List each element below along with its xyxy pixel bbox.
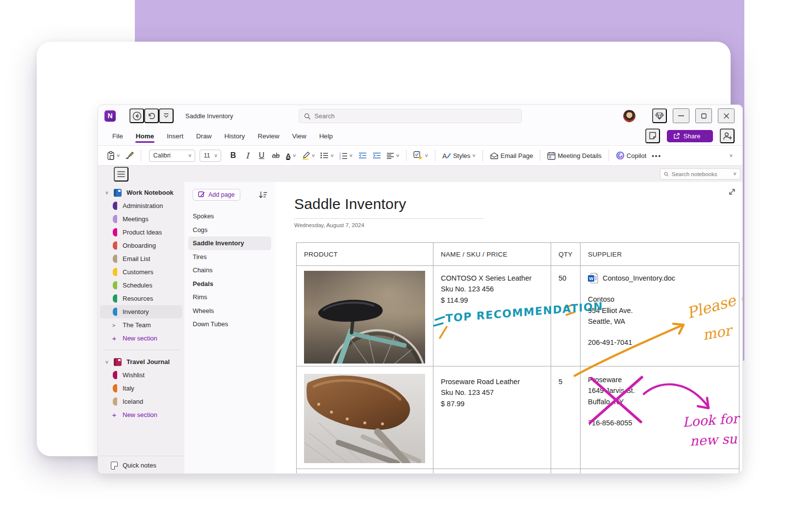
outdent-button[interactable] xyxy=(356,149,369,163)
meeting-details-label: Meeting Details xyxy=(558,152,602,159)
page-saddle-inventory[interactable]: Saddle Inventory xyxy=(188,236,271,250)
section-administration[interactable]: Administration xyxy=(98,199,184,212)
new-section-button-travel[interactable]: + New section xyxy=(98,408,184,421)
sort-pages-button[interactable] xyxy=(259,191,267,199)
page-wheels[interactable]: Wheels xyxy=(188,304,271,318)
font-color-button[interactable]: A˅ xyxy=(283,149,298,163)
section-iceland[interactable]: Iceland xyxy=(98,395,184,408)
section-group-the-team[interactable]: ˃ The Team xyxy=(98,318,184,332)
indent-button[interactable] xyxy=(370,149,383,163)
format-painter-button[interactable] xyxy=(123,149,136,163)
font-name-select[interactable]: Calibri˅ xyxy=(149,150,195,162)
customize-chevron-icon xyxy=(163,113,169,118)
menu-home[interactable]: Home xyxy=(129,127,161,145)
minimize-icon xyxy=(678,115,684,116)
section-product-ideas[interactable]: Product Ideas xyxy=(98,226,184,239)
tag-icon xyxy=(413,151,423,160)
expand-page-button[interactable] xyxy=(728,188,736,196)
section-italy[interactable]: Italy xyxy=(98,382,184,395)
menu-insert[interactable]: Insert xyxy=(160,127,190,145)
search-notebooks-box[interactable]: ˅ xyxy=(660,168,740,180)
menu-view[interactable]: View xyxy=(286,127,313,145)
chevron-right-icon[interactable]: ˃ xyxy=(110,322,118,328)
page-rims[interactable]: Rims xyxy=(188,290,271,304)
section-wishlist[interactable]: Wishlist xyxy=(98,368,184,382)
collapse-ribbon-button[interactable]: ˅ xyxy=(725,149,737,163)
search-input[interactable] xyxy=(314,112,516,120)
customize-toolbar-button[interactable] xyxy=(159,108,174,123)
page-cogs[interactable]: Cogs xyxy=(188,223,271,237)
section-resources[interactable]: Resources xyxy=(98,292,184,305)
menu-file[interactable]: File xyxy=(106,127,129,145)
name-cell-1: CONTOSO X Series Leather Sku No. 123 456… xyxy=(433,266,551,366)
quick-notes-label: Quick notes xyxy=(123,462,156,469)
page-pedals[interactable]: Pedals xyxy=(188,277,271,291)
product-name: Proseware Road Leather xyxy=(441,376,551,387)
email-icon xyxy=(490,152,499,159)
feedback-note-button[interactable] xyxy=(645,129,660,143)
section-group-label: The Team xyxy=(123,321,151,329)
section-email-list[interactable]: Email List xyxy=(98,252,184,265)
share-button[interactable]: Share ˅ xyxy=(667,130,713,142)
email-page-button[interactable]: Email Page xyxy=(488,149,535,163)
bullet-list-button[interactable]: ˅ xyxy=(318,149,335,163)
strikethrough-button[interactable]: ab xyxy=(269,149,282,163)
back-button[interactable] xyxy=(129,108,144,123)
page-canvas[interactable]: Saddle Inventory Wednesday, August 7, 20… xyxy=(275,182,742,474)
search-box[interactable] xyxy=(299,109,522,123)
copilot-icon xyxy=(616,151,625,160)
highlight-button[interactable]: ˅ xyxy=(300,149,317,163)
bold-button[interactable]: B xyxy=(227,149,239,163)
add-page-icon xyxy=(198,191,205,198)
copilot-label: Copilot xyxy=(627,152,646,159)
menu-help[interactable]: Help xyxy=(313,127,339,145)
chevron-down-icon[interactable]: ˅ xyxy=(103,359,111,365)
page-spokes[interactable]: Spokes xyxy=(188,209,271,223)
premium-button[interactable] xyxy=(652,108,667,123)
more-options-button[interactable]: ••• xyxy=(650,149,663,163)
notebook-work[interactable]: ˅ Work Notebook xyxy=(98,186,184,199)
add-page-button[interactable]: Add page xyxy=(193,189,240,201)
section-onboarding[interactable]: Onboarding xyxy=(98,239,184,252)
paste-button[interactable]: ˅ xyxy=(105,149,122,163)
attachment-name[interactable]: Contoso_Inventory.doc xyxy=(603,273,675,284)
toggle-sidebar-button[interactable] xyxy=(114,167,128,182)
chevron-down-icon[interactable]: ˅ xyxy=(103,190,111,196)
table-header-row: PRODUCT NAME / SKU / PRICE QTY SUPPLIER xyxy=(297,243,739,266)
notebook-travel-journal[interactable]: ˅ Travel Journal xyxy=(98,355,184,368)
new-section-button-work[interactable]: + New section xyxy=(98,332,184,345)
search-scope-chevron-icon[interactable]: ˅ xyxy=(734,171,736,177)
section-meetings[interactable]: Meetings xyxy=(98,212,184,226)
search-notebooks-input[interactable] xyxy=(672,171,731,177)
align-button[interactable]: ˅ xyxy=(384,149,401,163)
undo-button[interactable] xyxy=(144,108,159,123)
font-size-select[interactable]: 11˅ xyxy=(200,150,221,162)
quick-notes-row[interactable]: Quick notes xyxy=(98,456,184,474)
menu-draw[interactable]: Draw xyxy=(190,127,218,145)
close-button[interactable] xyxy=(718,108,735,123)
inventory-table[interactable]: PRODUCT NAME / SKU / PRICE QTY SUPPLIER xyxy=(296,242,739,474)
maximize-button[interactable] xyxy=(695,108,712,123)
styles-icon: A xyxy=(442,152,451,160)
menu-history[interactable]: History xyxy=(218,127,252,145)
sticky-note-icon xyxy=(648,131,657,140)
page-title[interactable]: Saddle Inventory xyxy=(294,196,406,212)
italic-button[interactable]: I xyxy=(241,149,254,163)
section-customers[interactable]: Customers xyxy=(98,265,184,279)
section-inventory[interactable]: Inventory xyxy=(100,305,182,318)
minimize-button[interactable] xyxy=(673,108,689,123)
tag-button[interactable]: ˅ xyxy=(411,149,430,163)
page-chains[interactable]: Chains xyxy=(188,263,271,277)
page-down-tubes[interactable]: Down Tubes xyxy=(188,317,271,331)
meeting-details-button[interactable]: Meeting Details xyxy=(545,149,604,163)
underline-button[interactable]: U xyxy=(255,149,268,163)
copilot-button[interactable]: Copilot xyxy=(614,149,648,163)
numbered-list-button[interactable]: 1 2 3 ˅ xyxy=(337,149,355,163)
page-tires[interactable]: Tires xyxy=(188,250,271,264)
avatar[interactable] xyxy=(623,110,635,122)
attachment-link[interactable]: W Contoso_Inventory.doc xyxy=(588,273,739,284)
section-schedules[interactable]: Schedules xyxy=(98,279,184,292)
styles-button[interactable]: A Styles ˅ xyxy=(440,149,478,163)
menu-review[interactable]: Review xyxy=(252,127,286,145)
add-person-button[interactable] xyxy=(720,129,735,143)
